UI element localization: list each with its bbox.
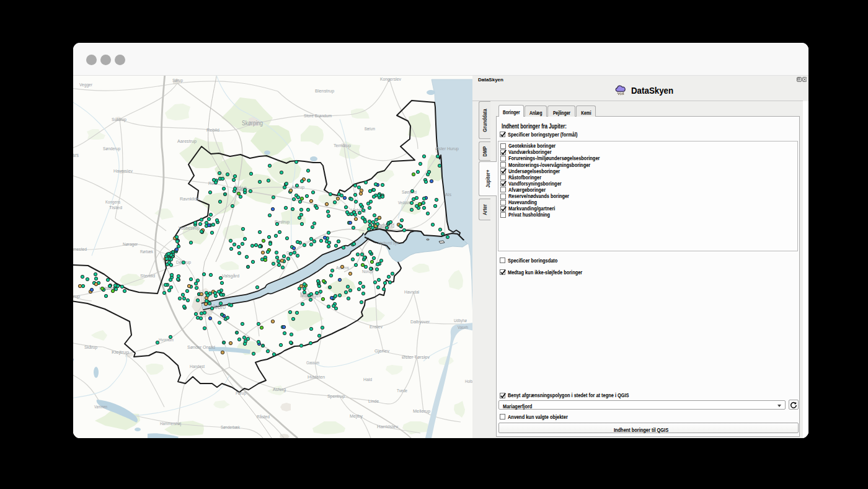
svg-text:Kongerslev: Kongerslev bbox=[380, 76, 401, 82]
svg-text:Råsted: Råsted bbox=[257, 414, 270, 419]
svg-text:Store Brøndum: Store Brøndum bbox=[304, 113, 332, 119]
svg-text:Skørping: Skørping bbox=[242, 120, 263, 127]
svg-text:Vebbestrup: Vebbestrup bbox=[179, 225, 200, 231]
svg-text:Spentrup: Spentrup bbox=[327, 393, 345, 399]
svg-text:Klejtrup: Klejtrup bbox=[112, 349, 130, 355]
svg-text:Havndal: Havndal bbox=[404, 289, 419, 295]
svg-text:Als: Als bbox=[445, 192, 451, 197]
svg-text:Holbæ: Holbæ bbox=[465, 379, 472, 384]
svg-text:Dalbyover: Dalbyover bbox=[410, 319, 430, 325]
svg-text:Øster Hurup: Øster Hurup bbox=[435, 146, 459, 151]
svg-text:Sørup: Sørup bbox=[172, 78, 183, 83]
svg-text:Aarestrup: Aarestrup bbox=[177, 138, 197, 144]
svg-text:Veddum: Veddum bbox=[398, 200, 411, 205]
svg-text:Valsgård: Valsgård bbox=[222, 273, 239, 279]
svg-text:Linde: Linde bbox=[368, 398, 379, 404]
svg-text:Skårup: Skårup bbox=[84, 344, 97, 350]
svg-text:Suldrup: Suldrup bbox=[112, 117, 126, 122]
svg-text:Harridslev: Harridslev bbox=[377, 424, 398, 429]
svg-text:Udbyhø: Udbyhø bbox=[454, 318, 467, 323]
svg-text:Fårup: Fårup bbox=[236, 390, 246, 396]
svg-text:Kongens: Kongens bbox=[105, 199, 120, 205]
svg-text:Tisted: Tisted bbox=[109, 205, 122, 210]
svg-text:Hvidsten: Hvidsten bbox=[308, 374, 325, 380]
svg-text:Hadsund Syd: Hadsund Syd bbox=[378, 241, 399, 246]
svg-text:Nørager: Nørager bbox=[123, 241, 138, 247]
svg-text:Aars: Aars bbox=[73, 152, 79, 158]
svg-text:strup: strup bbox=[73, 294, 81, 299]
svg-text:Søelund: Søelund bbox=[402, 189, 417, 195]
svg-text:Stenild: Stenild bbox=[140, 273, 155, 279]
svg-text:Sønder Onsild: Sønder Onsild bbox=[187, 344, 215, 350]
svg-text:Mejlby: Mejlby bbox=[350, 413, 363, 419]
svg-text:Sønderbæk: Sønderbæk bbox=[221, 424, 241, 430]
svg-text:Vegger: Vegger bbox=[79, 82, 92, 87]
svg-text:Asferg: Asferg bbox=[273, 387, 286, 392]
svg-text:Bælum: Bælum bbox=[365, 126, 375, 132]
svg-text:Rebild: Rebild bbox=[206, 127, 219, 133]
svg-text:Sønderup: Sønderup bbox=[103, 146, 120, 151]
svg-text:Tvede: Tvede bbox=[397, 388, 407, 393]
svg-text:Terndrup: Terndrup bbox=[334, 143, 351, 148]
svg-text:Rørbæk: Rørbæk bbox=[140, 249, 154, 254]
svg-text:Mellerup: Mellerup bbox=[413, 408, 430, 414]
svg-text:Hammershøj: Hammershøj bbox=[160, 421, 181, 426]
svg-text:Ravnkilde: Ravnkilde bbox=[180, 196, 199, 202]
svg-text:Blenstrup: Blenstrup bbox=[315, 88, 335, 94]
svg-text:Gassum: Gassum bbox=[306, 360, 319, 366]
svg-text:Vammen: Vammen bbox=[94, 404, 107, 410]
svg-text:av: av bbox=[73, 357, 74, 362]
svg-text:Enslev: Enslev bbox=[370, 324, 383, 330]
svg-text:Hald: Hald bbox=[363, 377, 372, 382]
svg-text:Simested: Simested bbox=[73, 246, 87, 252]
svg-text:Vaseh: Vaseh bbox=[458, 325, 468, 330]
svg-text:Handest: Handest bbox=[190, 364, 205, 369]
svg-text:Haverslev: Haverslev bbox=[113, 168, 133, 174]
svg-text:Gjerlev: Gjerlev bbox=[374, 348, 389, 354]
svg-text:Øster Tørslev: Øster Tørslev bbox=[402, 354, 430, 360]
